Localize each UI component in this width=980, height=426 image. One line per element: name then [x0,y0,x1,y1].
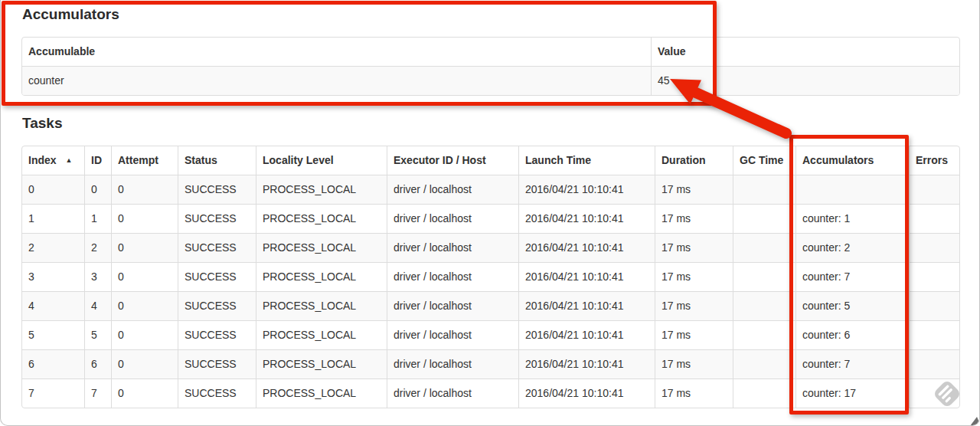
cell: 0 [111,320,178,349]
column-header-launch-time[interactable]: Launch Time [518,146,655,175]
cell [909,175,960,204]
cell: counter: 7 [795,349,909,378]
column-header-label: Attempt [118,154,158,166]
column-header-value[interactable]: Value [651,38,960,66]
task-row-6: 660SUCCESSPROCESS_LOCALdriver / localhos… [22,349,960,378]
cell: PROCESS_LOCAL [256,175,387,204]
cell: counter: 5 [795,291,909,320]
task-row-1: 110SUCCESSPROCESS_LOCALdriver / localhos… [22,204,960,233]
column-header-label: Duration [662,154,706,166]
task-row-4: 440SUCCESSPROCESS_LOCALdriver / localhos… [22,291,960,320]
column-header-id[interactable]: ID [84,146,111,175]
column-header-executor-id-host[interactable]: Executor ID / Host [387,146,518,175]
cell: driver / localhost [387,262,518,291]
column-header-label: Index [28,154,57,166]
task-row-0: 000SUCCESSPROCESS_LOCALdriver / localhos… [22,175,960,204]
cell: driver / localhost [387,204,518,233]
cell: 2016/04/21 10:10:41 [518,175,655,204]
cell: PROCESS_LOCAL [256,204,387,233]
cell: SUCCESS [178,378,256,408]
cell: SUCCESS [178,204,256,233]
tasks-header-row: Index▲IDAttemptStatusLocality LevelExecu… [22,146,960,175]
cell: driver / localhost [387,175,518,204]
column-header-errors[interactable]: Errors [909,146,960,175]
cell: 6 [84,349,111,378]
column-header-label: Accumulators [802,154,874,166]
cell: 2 [22,233,84,262]
cell: SUCCESS [178,320,256,349]
cell [733,204,795,233]
cell: 2016/04/21 10:10:41 [518,204,655,233]
column-header-label: Errors [916,154,948,166]
cell: PROCESS_LOCAL [256,233,387,262]
accumulators-table: AccumulableValue counter45 [22,38,960,95]
column-header-attempt[interactable]: Attempt [111,146,178,175]
cell: PROCESS_LOCAL [256,378,387,408]
column-header-label: Accumulable [28,45,95,57]
accumulable-row-0: counter45 [22,66,960,95]
cell [733,291,795,320]
column-header-accumulable[interactable]: Accumulable [22,38,651,66]
cell: counter: 17 [795,378,909,408]
cell: 0 [111,204,178,233]
column-header-label: Launch Time [525,154,591,166]
cell: 17 ms [655,291,733,320]
column-header-label: GC Time [740,154,783,166]
cell: driver / localhost [387,233,518,262]
column-header-label: Status [185,154,217,166]
cell: 0 [111,291,178,320]
cell [733,320,795,349]
tasks-heading: Tasks [22,114,62,133]
cell: 17 ms [655,175,733,204]
cell: 4 [84,291,111,320]
cell: 0 [111,233,178,262]
cell: 4 [22,291,84,320]
cell [733,378,795,408]
task-row-5: 550SUCCESSPROCESS_LOCALdriver / localhos… [22,320,960,349]
cell [909,233,960,262]
screenshot-annotation-tool-icon[interactable] [932,378,962,409]
cell: 6 [22,349,84,378]
cell: 2016/04/21 10:10:41 [518,349,655,378]
cell: driver / localhost [387,320,518,349]
cell [795,175,909,204]
tasks-table: Index▲IDAttemptStatusLocality LevelExecu… [22,146,960,408]
cell: 17 ms [655,262,733,291]
column-header-index[interactable]: Index▲ [22,146,84,175]
column-header-status[interactable]: Status [178,146,256,175]
cell [733,262,795,291]
cell: counter [22,66,651,95]
cell: 0 [111,175,178,204]
cell: 0 [111,378,178,408]
cell: 17 ms [655,233,733,262]
accumulators-table-wrapper: AccumulableValue counter45 [21,37,960,96]
cell [909,349,960,378]
task-row-3: 330SUCCESSPROCESS_LOCALdriver / localhos… [22,262,960,291]
tasks-table-wrapper: Index▲IDAttemptStatusLocality LevelExecu… [21,146,960,408]
cell: 45 [651,66,960,95]
cell: 2016/04/21 10:10:41 [518,291,655,320]
column-header-accumulators[interactable]: Accumulators [795,146,909,175]
cell: 17 ms [655,378,733,408]
cell [909,204,960,233]
cell: driver / localhost [387,291,518,320]
cell: SUCCESS [178,233,256,262]
column-header-duration[interactable]: Duration [655,146,733,175]
cell: counter: 6 [795,320,909,349]
cell: counter: 7 [795,262,909,291]
cell: 2016/04/21 10:10:41 [518,378,655,408]
mouse-cursor [967,415,980,426]
cell: 1 [84,204,111,233]
cell: SUCCESS [178,262,256,291]
column-header-gc-time[interactable]: GC Time [733,146,795,175]
accumulators-heading: Accumulators [22,5,119,24]
spark-ui-stage-page: Accumulators AccumulableValue counter45 … [0,0,980,426]
cell: 0 [22,175,84,204]
cell: 2016/04/21 10:10:41 [518,262,655,291]
cell [733,349,795,378]
column-header-locality-level[interactable]: Locality Level [256,146,387,175]
column-header-label: Value [658,45,686,57]
cell [909,262,960,291]
cell: PROCESS_LOCAL [256,262,387,291]
cell: PROCESS_LOCAL [256,320,387,349]
